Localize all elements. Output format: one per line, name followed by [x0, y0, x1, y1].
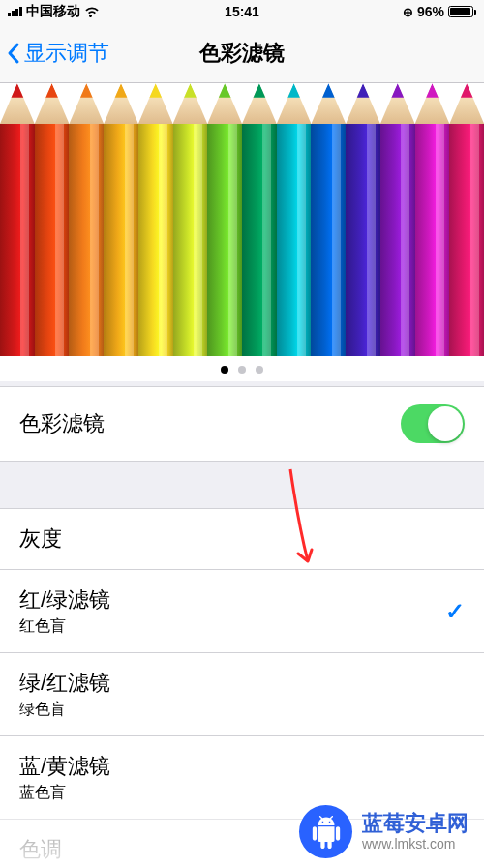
pencil — [380, 83, 415, 354]
signal-icon — [8, 7, 22, 16]
filter-option[interactable]: 灰度 — [0, 509, 484, 570]
pencil — [449, 83, 484, 354]
option-label: 灰度 — [19, 524, 62, 554]
carrier-label: 中国移动 — [26, 3, 80, 20]
pencil — [173, 83, 208, 354]
pencil — [311, 83, 346, 354]
status-right: ⊕ 96% — [403, 4, 476, 19]
color-filter-toggle-row: 色彩滤镜 — [0, 387, 484, 461]
filter-option[interactable]: 红/绿滤镜红色盲✓ — [0, 570, 484, 653]
pencil-preview[interactable] — [0, 83, 484, 381]
option-label: 绿/红滤镜 — [19, 669, 110, 698]
option-sublabel: 蓝色盲 — [19, 783, 110, 803]
pencil — [242, 83, 277, 354]
status-left: 中国移动 — [8, 3, 100, 20]
option-sublabel: 红色盲 — [19, 616, 110, 637]
wifi-icon — [84, 6, 100, 17]
orientation-lock-icon: ⊕ — [403, 5, 413, 19]
page-dot[interactable] — [238, 366, 246, 374]
status-bar: 中国移动 15:41 ⊕ 96% — [0, 0, 484, 23]
page-dot[interactable] — [256, 366, 263, 374]
pencil — [35, 83, 70, 354]
pencil — [415, 83, 450, 354]
page-dot[interactable] — [221, 366, 228, 374]
option-label: 色调 — [19, 835, 62, 864]
pencil — [104, 83, 138, 354]
filter-option[interactable]: 蓝/黄滤镜蓝色盲 — [0, 736, 484, 820]
pencil — [346, 83, 380, 354]
pencil — [277, 83, 312, 354]
toggle-label: 色彩滤镜 — [19, 409, 105, 438]
page-title: 色彩滤镜 — [199, 39, 285, 68]
filter-options: 灰度红/绿滤镜红色盲✓绿/红滤镜绿色盲蓝/黄滤镜蓝色盲色调 — [0, 508, 484, 868]
color-filter-toggle[interactable] — [401, 404, 465, 443]
battery-icon — [448, 6, 476, 17]
page-indicator[interactable] — [221, 366, 263, 374]
back-button[interactable]: 显示调节 — [0, 39, 109, 68]
checkmark-icon: ✓ — [445, 598, 465, 625]
battery-percent: 96% — [417, 4, 444, 19]
pencil — [138, 83, 173, 354]
option-label: 红/绿滤镜 — [19, 585, 110, 614]
toggle-knob — [428, 406, 463, 441]
pencil — [0, 83, 35, 354]
toggle-section: 色彩滤镜 — [0, 386, 484, 462]
pencil — [207, 83, 242, 354]
chevron-left-icon — [6, 42, 21, 65]
pencil — [69, 83, 104, 354]
filter-option[interactable]: 绿/红滤镜绿色盲 — [0, 653, 484, 736]
option-label: 蓝/黄滤镜 — [19, 752, 110, 781]
status-time: 15:41 — [225, 4, 259, 19]
back-label: 显示调节 — [24, 39, 109, 68]
filter-option[interactable]: 色调 — [0, 820, 484, 868]
option-sublabel: 绿色盲 — [19, 700, 110, 720]
nav-bar: 显示调节 色彩滤镜 — [0, 23, 484, 83]
